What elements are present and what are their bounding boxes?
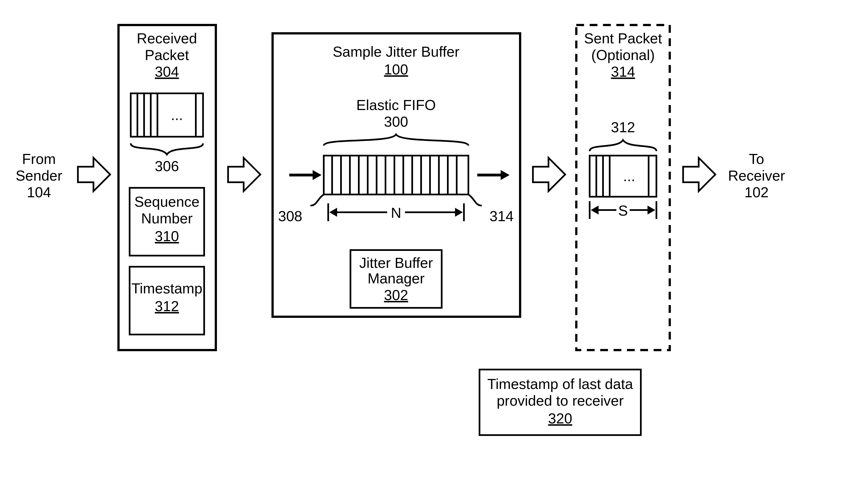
ellipsis-sent-icon: ...	[623, 168, 635, 184]
sent-title-1: Sent Packet	[584, 30, 662, 46]
sent-samples-ref: 312	[611, 119, 635, 135]
svg-rect-12	[324, 155, 468, 194]
from-sender-line1: From	[22, 151, 56, 167]
fifo-right-ref: 314	[489, 208, 514, 224]
elastic-fifo-icon	[324, 155, 468, 194]
last-timestamp-box: Timestamp of last data provided to recei…	[479, 370, 641, 435]
fifo-ref: 300	[384, 114, 408, 130]
from-sender-ref: 104	[27, 184, 51, 200]
jbm-ref: 302	[384, 287, 408, 303]
svg-rect-1	[131, 93, 203, 137]
received-samples-icon: ...	[131, 93, 203, 137]
arrow-buffer-to-sent	[533, 158, 565, 191]
fifo-width-label: N	[391, 205, 401, 221]
last-ts-line1: Timestamp of last data	[487, 376, 633, 392]
sent-packet-block: Sent Packet (Optional) 314 312 ... S	[576, 25, 670, 350]
ellipsis-icon: ...	[171, 107, 183, 123]
jb-title: Sample Jitter Buffer	[333, 44, 459, 60]
sent-width-dimension: S	[590, 201, 656, 219]
fifo-left-ref: 308	[278, 208, 302, 224]
arrow-sent-to-receiver	[683, 158, 715, 191]
to-receiver-ref: 102	[745, 184, 769, 200]
from-sender-label: From Sender 104	[16, 151, 62, 200]
received-packet-title-1: Received	[137, 30, 197, 46]
arrow-packet-to-buffer	[228, 158, 260, 191]
received-samples-ref: 306	[155, 158, 179, 174]
ts-ref: 312	[155, 298, 179, 314]
jitter-buffer-manager-box: Jitter Buffer Manager 302	[350, 250, 442, 308]
svg-marker-48	[647, 206, 655, 214]
sent-ref: 314	[611, 64, 635, 80]
arrow-sender-to-packet	[78, 158, 110, 191]
from-sender-line2: Sender	[16, 167, 62, 184]
seq-line2: Number	[141, 210, 193, 226]
svg-marker-46	[591, 206, 599, 214]
overbrace-sent-icon	[590, 140, 656, 151]
diagram-canvas: From Sender 104 Received Packet 304 ... …	[0, 0, 860, 504]
received-packet-ref: 304	[155, 64, 179, 80]
sent-title-2: (Optional)	[591, 47, 655, 63]
last-ts-ref: 320	[548, 410, 572, 427]
sequence-number-box: Sequence Number 310	[130, 188, 204, 256]
jbm-line2: Manager	[368, 270, 425, 286]
jb-ref: 100	[384, 61, 408, 77]
to-receiver-line2: Receiver	[728, 167, 785, 184]
received-packet-block: Received Packet 304 ... 306 Sequence Num…	[118, 25, 216, 350]
to-receiver-line1: To	[749, 151, 764, 167]
jitter-buffer-block: Sample Jitter Buffer 100 Elastic FIFO 30…	[273, 33, 520, 317]
jbm-line1: Jitter Buffer	[359, 255, 433, 271]
sent-width-label: S	[618, 203, 628, 219]
fifo-title: Elastic FIFO	[356, 97, 436, 113]
last-ts-line2: provided to receiver	[497, 392, 624, 409]
timestamp-box: Timestamp 312	[130, 267, 204, 335]
seq-ref: 310	[155, 228, 179, 244]
to-receiver-label: To Receiver 102	[728, 151, 785, 200]
seq-line1: Sequence	[134, 194, 199, 210]
sent-samples-icon: ...	[590, 155, 656, 197]
ts-line1: Timestamp	[131, 280, 202, 296]
received-packet-title-2: Packet	[145, 47, 189, 63]
